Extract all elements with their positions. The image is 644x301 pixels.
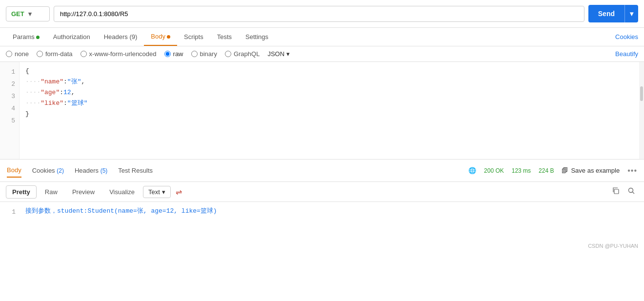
search-button[interactable] — [624, 185, 638, 199]
code-editor: 1 2 3 4 5 { ····"name":"张", ····"age":12… — [0, 62, 644, 160]
radio-form-data[interactable]: form-data — [37, 50, 73, 58]
editor-scrollbar[interactable] — [639, 62, 644, 159]
send-dropdown-icon[interactable]: ▾ — [624, 5, 638, 22]
resp-tab-cookies[interactable]: Cookies (2) — [32, 164, 64, 177]
tab-scripts[interactable]: Scripts — [177, 28, 210, 45]
code-body[interactable]: { ····"name":"张", ····"age":12, ····"lik… — [20, 62, 639, 159]
response-status-bar: Body Cookies (2) Headers (5) Test Result… — [0, 160, 644, 182]
tab-authorization[interactable]: Authorization — [46, 28, 97, 45]
save-icon: 🗐 — [562, 167, 568, 174]
radio-binary[interactable]: binary — [191, 50, 217, 58]
radio-none[interactable]: none — [6, 50, 29, 58]
watermark: CSDN @PU-YUHAN — [0, 241, 644, 251]
method-label: GET — [11, 10, 24, 18]
response-format-row: Pretty Raw Preview Visualize Text ▾ ⇌ — [0, 182, 644, 202]
response-content-area: 1 接到参数，student:Student(name=张, age=12, l… — [0, 202, 644, 241]
radio-raw[interactable]: raw — [164, 50, 183, 58]
tab-params[interactable]: Params — [6, 28, 46, 45]
status-size: 224 B — [539, 167, 554, 174]
headers-label: Headers — [75, 167, 101, 174]
wrap-icon[interactable]: ⇌ — [176, 187, 182, 197]
top-bar: GET ▾ Send ▾ — [0, 0, 644, 28]
fmt-raw-button[interactable]: Raw — [39, 185, 64, 199]
response-text: 接到参数，student:Student(name=张, age=12, lik… — [20, 202, 644, 241]
text-chevron-icon: ▾ — [162, 188, 165, 196]
more-options-icon[interactable]: ••• — [627, 166, 637, 175]
params-dot — [36, 36, 40, 39]
send-button[interactable]: Send ▾ — [588, 5, 638, 22]
svg-line-2 — [633, 192, 635, 194]
radio-graphql[interactable]: GraphQL — [225, 50, 260, 58]
body-dot — [167, 35, 170, 39]
request-tabs: Params Authorization Headers (9) Body Sc… — [0, 28, 644, 46]
globe-icon: 🌐 — [468, 167, 476, 174]
line-numbers: 1 2 3 4 5 — [0, 62, 20, 159]
method-select[interactable]: GET ▾ — [6, 6, 50, 21]
resp-tab-headers[interactable]: Headers (5) — [75, 164, 107, 177]
status-time: 123 ms — [512, 167, 531, 174]
svg-rect-0 — [614, 189, 619, 194]
beautify-button[interactable]: Beautify — [615, 50, 638, 58]
json-type-select[interactable]: JSON ▾ — [267, 50, 290, 58]
status-ok: 200 OK — [484, 167, 504, 174]
resp-line-numbers: 1 — [0, 202, 20, 241]
tab-tests[interactable]: Tests — [210, 28, 239, 45]
copy-button[interactable] — [609, 185, 623, 199]
fmt-visualize-button[interactable]: Visualize — [103, 185, 141, 199]
svg-point-1 — [629, 188, 633, 193]
fmt-preview-button[interactable]: Preview — [66, 185, 101, 199]
send-label: Send — [588, 10, 624, 18]
resp-tab-test-results[interactable]: Test Results — [118, 164, 153, 177]
text-type-select[interactable]: Text ▾ — [143, 186, 171, 198]
radio-urlencoded[interactable]: x-www-form-urlencoded — [80, 50, 157, 58]
tab-settings[interactable]: Settings — [239, 28, 275, 45]
resp-tab-body[interactable]: Body — [7, 163, 21, 178]
tab-headers[interactable]: Headers (9) — [97, 28, 144, 45]
fmt-pretty-button[interactable]: Pretty — [6, 185, 37, 199]
save-example-button[interactable]: 🗐 Save as example — [562, 167, 620, 174]
url-input[interactable] — [54, 6, 584, 22]
method-chevron-icon: ▾ — [28, 10, 32, 18]
cookies-label: Cookies — [32, 167, 57, 174]
json-chevron-icon: ▾ — [286, 50, 290, 58]
editor-scrollbar-thumb[interactable] — [640, 86, 643, 101]
tab-body[interactable]: Body — [144, 28, 177, 46]
response-meta: 🌐 200 OK 123 ms 224 B 🗐 Save as example … — [468, 166, 637, 175]
cookies-link[interactable]: Cookies — [615, 33, 638, 40]
body-options: none form-data x-www-form-urlencoded raw… — [0, 46, 644, 62]
